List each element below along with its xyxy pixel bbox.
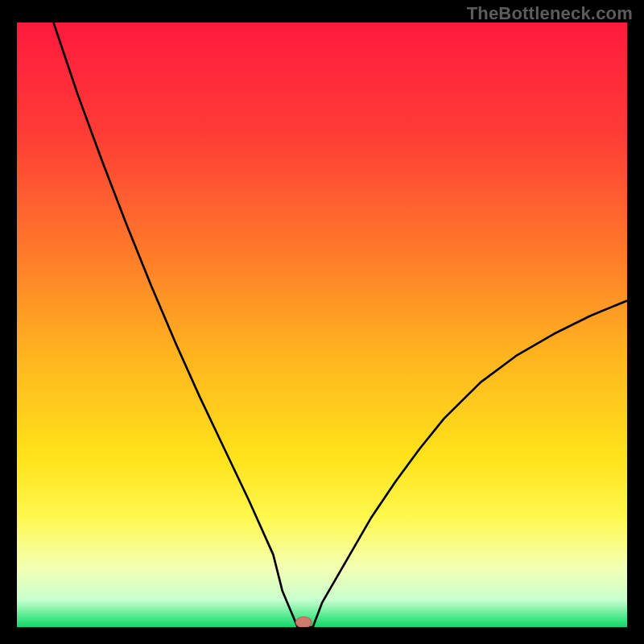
chart-frame: TheBottleneck.com (0, 0, 644, 644)
gradient-background (17, 23, 627, 627)
watermark-text: TheBottleneck.com (467, 3, 633, 24)
bottleneck-plot (17, 23, 627, 627)
optimum-marker (295, 617, 312, 627)
